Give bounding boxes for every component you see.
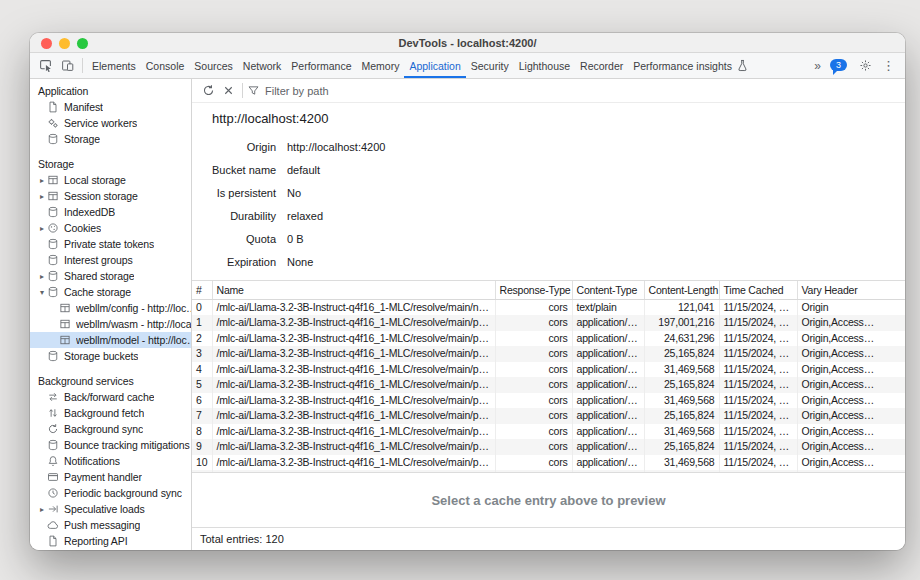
sidebar-item-back-forward-cache[interactable]: Back/forward cache: [30, 389, 191, 405]
column-header-index[interactable]: #: [192, 281, 212, 299]
tab-performance-insights[interactable]: Performance insights: [628, 53, 754, 78]
sidebar-item-cache-storage[interactable]: ▾Cache storage: [30, 284, 191, 300]
table-row[interactable]: 4/mlc-ai/Llama-3.2-3B-Instruct-q4f16_1-M…: [192, 362, 905, 378]
issues-badge[interactable]: 3: [830, 59, 847, 71]
issues-count: 3: [836, 60, 841, 70]
refresh-icon[interactable]: [198, 81, 218, 101]
table-icon: [59, 318, 71, 330]
column-header-time-cached[interactable]: Time Cached: [719, 281, 797, 299]
device-toolbar-icon[interactable]: [56, 55, 78, 77]
tab-network[interactable]: Network: [238, 53, 287, 78]
tab-application[interactable]: Application: [404, 53, 465, 78]
column-header-response-type[interactable]: Response-Type: [495, 281, 572, 299]
table-row[interactable]: 5/mlc-ai/Llama-3.2-3B-Instruct-q4f16_1-M…: [192, 377, 905, 393]
delete-icon[interactable]: [218, 81, 238, 101]
sidebar-item-periodic-background-sync[interactable]: Periodic background sync: [30, 485, 191, 501]
filter-input[interactable]: [265, 85, 899, 97]
column-header-name[interactable]: Name: [212, 281, 495, 299]
sidebar-item-interest-groups[interactable]: Interest groups: [30, 252, 191, 268]
sidebar-item-shared-storage[interactable]: ▸Shared storage: [30, 268, 191, 284]
cache-info: http://localhost:4200 Originhttp://local…: [192, 103, 905, 280]
caret-icon[interactable]: ▸: [37, 272, 47, 281]
sidebar-item-indexeddb[interactable]: IndexedDB: [30, 204, 191, 220]
tab-recorder[interactable]: Recorder: [575, 53, 628, 78]
sidebar-item-cache-webllm-model[interactable]: webllm/model - http://loc…: [30, 332, 191, 348]
sidebar-item-service-workers[interactable]: Service workers: [30, 115, 191, 131]
column-header-vary-header[interactable]: Vary Header: [797, 281, 905, 299]
menu-dots-icon[interactable]: ⋮: [876, 58, 901, 73]
tab-memory[interactable]: Memory: [356, 53, 404, 78]
toolbar-right-controls: » 3 ⋮: [809, 55, 901, 77]
window-title: DevTools - localhost:4200/: [399, 37, 537, 49]
zoom-window-button[interactable]: [77, 38, 88, 49]
database-icon: [47, 270, 59, 282]
sidebar-item-payment-handler[interactable]: Payment handler: [30, 469, 191, 485]
tab-sources[interactable]: Sources: [189, 53, 238, 78]
tab-performance[interactable]: Performance: [286, 53, 356, 78]
sidebar-item-notifications[interactable]: Notifications: [30, 453, 191, 469]
sidebar-item-session-storage[interactable]: ▸Session storage: [30, 188, 191, 204]
toolbar-separator: [82, 58, 83, 73]
table-row[interactable]: 8/mlc-ai/Llama-3.2-3B-Instruct-q4f16_1-M…: [192, 424, 905, 440]
meta-label: Durability: [212, 205, 276, 228]
panel-tabs: Elements Console Sources Network Perform…: [87, 53, 809, 78]
sidebar-item-bounce-tracking-mitigations[interactable]: Bounce tracking mitigations: [30, 437, 191, 453]
sidebar-item-background-fetch[interactable]: Background fetch: [30, 405, 191, 421]
preview-pane: Select a cache entry above to preview: [192, 472, 905, 527]
cache-toolbar: [192, 79, 905, 103]
sidebar-item-push-messaging[interactable]: Push messaging: [30, 517, 191, 533]
cache-entries-table: # Name Response-Type Content-Type Conten…: [192, 280, 905, 472]
caret-icon[interactable]: ▸: [37, 505, 47, 514]
table-row[interactable]: 7/mlc-ai/Llama-3.2-3B-Instruct-q4f16_1-M…: [192, 408, 905, 424]
column-header-content-type[interactable]: Content-Type: [572, 281, 644, 299]
total-entries-text: Total entries: 120: [200, 533, 284, 545]
table-row[interactable]: 10/mlc-ai/Llama-3.2-3B-Instruct-q4f16_1-…: [192, 455, 905, 471]
sidebar-item-storage-buckets[interactable]: Storage buckets: [30, 348, 191, 364]
more-tabs-icon[interactable]: »: [809, 59, 826, 73]
tab-security[interactable]: Security: [466, 53, 514, 78]
tab-console[interactable]: Console: [141, 53, 190, 78]
sidebar-section-storage: Storage ▸Local storage ▸Session storage …: [30, 156, 191, 364]
sidebar-item-local-storage[interactable]: ▸Local storage: [30, 172, 191, 188]
sidebar-section-background-services: Background services Back/forward cache B…: [30, 373, 191, 549]
section-title: Storage: [30, 156, 191, 172]
swap-arrows-icon: [47, 391, 59, 403]
table-row[interactable]: 3/mlc-ai/Llama-3.2-3B-Instruct-q4f16_1-M…: [192, 346, 905, 362]
table-icon: [59, 302, 71, 314]
sidebar-item-cache-webllm-config[interactable]: webllm/config - http://loc…: [30, 300, 191, 316]
cache-storage-panel: http://localhost:4200 Originhttp://local…: [192, 79, 905, 550]
sidebar-item-background-sync[interactable]: Background sync: [30, 421, 191, 437]
inspect-element-icon[interactable]: [34, 55, 56, 77]
caret-icon[interactable]: ▸: [37, 224, 47, 233]
tab-elements[interactable]: Elements: [87, 53, 141, 78]
sidebar-section-application: Application Manifest Service workers Sto…: [30, 83, 191, 147]
sidebar-item-storage[interactable]: Storage: [30, 131, 191, 147]
devtools-tab-bar: Elements Console Sources Network Perform…: [30, 53, 905, 79]
meta-value: http://localhost:4200: [287, 136, 905, 159]
settings-gear-icon[interactable]: [854, 55, 876, 77]
column-header-content-length[interactable]: Content-Length: [644, 281, 719, 299]
table-row[interactable]: 1/mlc-ai/Llama-3.2-3B-Instruct-q4f16_1-M…: [192, 315, 905, 331]
table-row[interactable]: 2/mlc-ai/Llama-3.2-3B-Instruct-q4f16_1-M…: [192, 331, 905, 347]
table-row[interactable]: 0/mlc-ai/Llama-3.2-3B-Instruct-q4f16_1-M…: [192, 299, 905, 315]
sidebar-item-reporting-api[interactable]: Reporting API: [30, 533, 191, 549]
close-window-button[interactable]: [41, 38, 52, 49]
meta-value: default: [287, 159, 905, 182]
sidebar-item-private-state-tokens[interactable]: Private state tokens: [30, 236, 191, 252]
sidebar-item-cache-webllm-wasm[interactable]: webllm/wasm - http://loca…: [30, 316, 191, 332]
application-sidebar: Application Manifest Service workers Sto…: [30, 79, 192, 550]
filter-icon: [247, 84, 260, 97]
minimize-window-button[interactable]: [59, 38, 70, 49]
table-row[interactable]: 9/mlc-ai/Llama-3.2-3B-Instruct-q4f16_1-M…: [192, 439, 905, 455]
meta-value: None: [287, 251, 905, 274]
caret-icon[interactable]: ▸: [37, 192, 47, 201]
sidebar-item-speculative-loads[interactable]: ▸Speculative loads: [30, 501, 191, 517]
table-row[interactable]: 6/mlc-ai/Llama-3.2-3B-Instruct-q4f16_1-M…: [192, 393, 905, 409]
sidebar-item-cookies[interactable]: ▸Cookies: [30, 220, 191, 236]
table-icon: [59, 334, 71, 346]
sidebar-item-manifest[interactable]: Manifest: [30, 99, 191, 115]
section-title: Application: [30, 83, 191, 99]
caret-icon[interactable]: ▾: [37, 288, 47, 297]
tab-lighthouse[interactable]: Lighthouse: [514, 53, 575, 78]
caret-icon[interactable]: ▸: [37, 176, 47, 185]
